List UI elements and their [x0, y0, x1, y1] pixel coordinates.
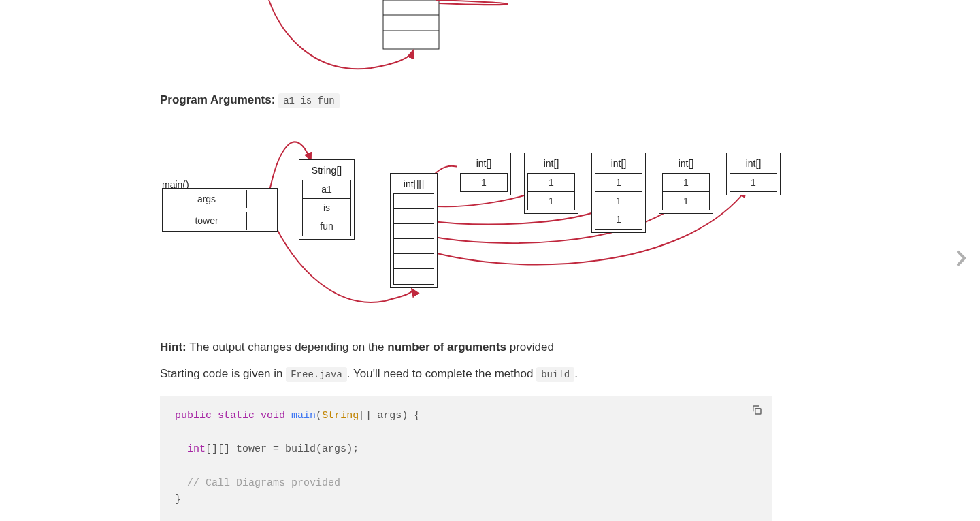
svg-rect-0 — [383, 0, 439, 49]
program-arguments-label: Program Arguments: — [160, 93, 275, 106]
hint-line: Hint: The output changes depending on th… — [160, 338, 772, 356]
int-array-4: int[] 1 — [726, 153, 781, 195]
memory-diagram: main() args tower String[] a1 is fun int… — [160, 117, 800, 321]
int-array-0: int[] 1 — [457, 153, 511, 195]
filename: Free.java — [286, 367, 347, 382]
method-name: build — [536, 367, 574, 382]
int-2d-array-box: int[][] — [390, 173, 438, 287]
hint-bold: number of arguments — [387, 341, 506, 353]
copy-icon[interactable] — [751, 404, 763, 423]
svg-rect-3 — [755, 408, 761, 413]
diagram-fragment-top — [160, 0, 772, 78]
int-array-1: int[] 1 1 — [524, 153, 578, 214]
int-array-3: int[] 1 1 — [659, 153, 713, 214]
program-arguments-value: a1 is fun — [278, 93, 340, 108]
int-array-2: int[] 1 1 1 — [591, 153, 646, 233]
string-array-box: String[] a1 is fun — [299, 159, 355, 240]
stack-frame: args tower — [162, 188, 278, 232]
starting-code-line: Starting code is given in Free.java. You… — [160, 364, 772, 383]
chevron-right-icon[interactable] — [950, 247, 972, 274]
hint-label: Hint: — [160, 341, 186, 353]
code-block: public static void main(String[] args) {… — [160, 396, 772, 521]
diagram-top-arrows — [160, 0, 800, 78]
program-arguments-line: Program Arguments: a1 is fun — [160, 91, 772, 109]
